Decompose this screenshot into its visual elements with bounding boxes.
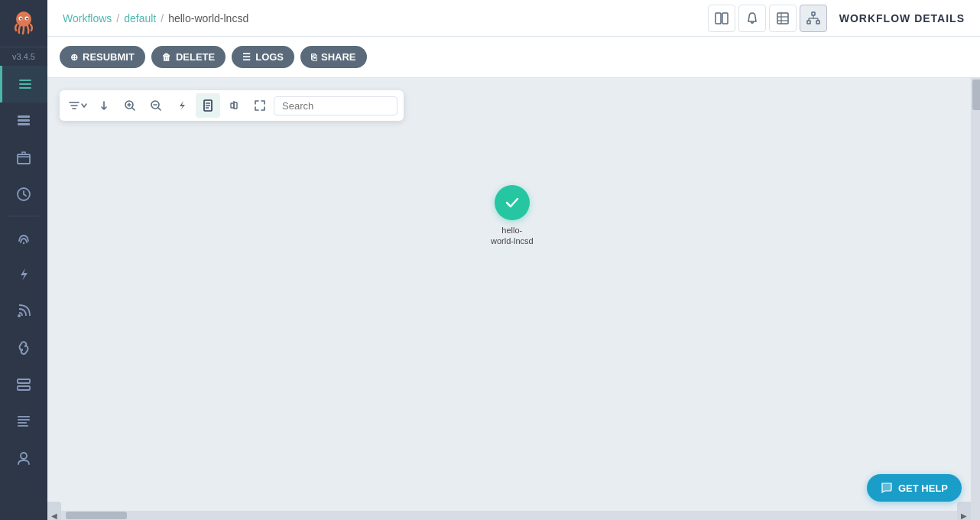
breadcrumb: Workflows / default / hello-world-lncsd — [63, 12, 248, 24]
breadcrumb-default[interactable]: default — [124, 12, 156, 24]
zoom-in-button[interactable] — [118, 93, 142, 118]
main-content: Workflows / default / hello-world-lncsd — [47, 0, 980, 520]
sidebar-item-signals[interactable] — [0, 219, 47, 256]
zoom-in-icon — [124, 99, 136, 112]
logo-container — [0, 0, 47, 47]
fullscreen-icon — [254, 99, 266, 112]
sidebar-item-runbooks[interactable] — [0, 403, 47, 440]
share-icon: ⎘ — [311, 52, 316, 63]
user-person-icon — [15, 450, 32, 466]
search-container — [274, 96, 398, 115]
workflow-details-title: WORKFLOW DETAILS — [839, 12, 965, 24]
align-button[interactable] — [222, 93, 246, 118]
hierarchy-diagram-icon — [806, 11, 820, 25]
svg-rect-29 — [807, 21, 810, 24]
svg-rect-20 — [18, 425, 28, 427]
zoom-out-button[interactable] — [144, 93, 168, 118]
sidebar-item-profile[interactable] — [0, 440, 47, 476]
collapse-left-button[interactable]: ◀ — [47, 502, 61, 520]
svg-point-21 — [21, 453, 27, 459]
split-view-icon — [715, 11, 729, 25]
svg-rect-23 — [722, 13, 728, 24]
svg-point-14 — [18, 314, 21, 317]
table-view-button[interactable] — [769, 5, 797, 32]
svg-rect-17 — [18, 416, 30, 418]
split-view-button[interactable] — [708, 5, 735, 32]
document-icon — [202, 99, 214, 112]
sidebar-item-layers[interactable] — [0, 102, 47, 139]
header: Workflows / default / hello-world-lncsd — [47, 0, 980, 37]
breadcrumb-current: hello-world-lncsd — [168, 12, 248, 24]
details-view-button[interactable] — [196, 93, 220, 118]
logs-button[interactable]: ☰ LOGS — [232, 46, 294, 68]
svg-rect-5 — [19, 80, 31, 81]
sidebar: v3.4.5 — [0, 0, 47, 520]
sidebar-item-menu[interactable] — [0, 66, 47, 102]
get-help-button[interactable]: GET HELP — [867, 474, 962, 502]
share-button[interactable]: ⎘ SHARE — [300, 46, 367, 68]
resubmit-button[interactable]: ⊕ RESUBMIT — [60, 46, 145, 68]
node-label: hello- world-lncsd — [491, 225, 534, 247]
zoom-out-icon — [150, 99, 162, 112]
header-right: WORKFLOW DETAILS — [708, 5, 965, 32]
svg-rect-22 — [716, 13, 721, 24]
sidebar-item-packages[interactable] — [0, 139, 47, 176]
lightning-icon — [15, 266, 32, 283]
get-help-label: GET HELP — [898, 483, 948, 494]
svg-rect-11 — [18, 154, 30, 164]
collapse-right-button[interactable]: ▶ — [957, 502, 971, 520]
logs-label: LOGS — [255, 51, 284, 63]
fullscreen-button[interactable] — [248, 93, 272, 118]
align-distribute-icon — [228, 99, 240, 112]
svg-point-0 — [16, 11, 31, 27]
vertical-scrollbar[interactable] — [971, 78, 980, 520]
checkmark-icon — [502, 193, 522, 213]
breadcrumb-workflows[interactable]: Workflows — [63, 12, 112, 24]
sidebar-item-events[interactable] — [0, 256, 47, 293]
svg-rect-30 — [816, 21, 819, 24]
delete-button[interactable]: 🗑 DELETE — [151, 46, 226, 68]
svg-rect-28 — [812, 12, 815, 15]
chevron-down-icon — [80, 102, 88, 109]
horizontal-scroll-handle[interactable] — [66, 512, 127, 519]
link-chain-icon — [15, 340, 32, 356]
diagram-view-button[interactable] — [800, 5, 827, 32]
svg-rect-10 — [18, 123, 30, 125]
node-success-icon — [495, 185, 530, 220]
svg-rect-16 — [18, 386, 30, 390]
workflow-node[interactable]: hello- world-lncsd — [491, 185, 534, 247]
auto-layout-button[interactable] — [170, 93, 194, 118]
sidebar-item-tenants[interactable] — [0, 330, 47, 366]
lightning-bolt-icon — [176, 99, 188, 112]
svg-rect-9 — [18, 119, 30, 122]
table-grid-icon — [776, 11, 790, 25]
filter-icon — [68, 99, 80, 112]
sort-button[interactable] — [92, 93, 116, 118]
delete-icon: 🗑 — [162, 52, 171, 63]
resubmit-label: RESUBMIT — [83, 51, 135, 63]
svg-point-3 — [20, 18, 21, 19]
version-label: v3.4.5 — [12, 47, 35, 66]
delete-label: DELETE — [176, 51, 215, 63]
horizontal-scrollbar[interactable]: ◀ ▶ — [47, 511, 980, 520]
sidebar-item-history[interactable] — [0, 176, 47, 213]
breadcrumb-sep-1: / — [116, 12, 119, 24]
rss-arc-icon — [15, 303, 32, 320]
list-lines-icon — [15, 413, 32, 430]
bell-button[interactable] — [738, 5, 766, 32]
vertical-scroll-handle[interactable] — [972, 80, 980, 110]
sidebar-item-library[interactable] — [0, 366, 47, 403]
sidebar-divider — [8, 216, 39, 216]
share-label: SHARE — [321, 51, 356, 63]
chat-bubble-icon — [881, 482, 893, 494]
layers-icon — [15, 112, 32, 129]
resubmit-icon: ⊕ — [70, 52, 78, 63]
svg-rect-18 — [18, 419, 30, 421]
action-toolbar: ⊕ RESUBMIT 🗑 DELETE ☰ LOGS ⎘ SHARE — [47, 37, 980, 78]
svg-point-4 — [26, 18, 28, 19]
sort-down-icon — [98, 99, 110, 112]
sidebar-item-subscriptions[interactable] — [0, 293, 47, 330]
search-input[interactable] — [282, 100, 389, 112]
svg-rect-15 — [18, 379, 30, 383]
filter-button[interactable] — [66, 93, 90, 118]
